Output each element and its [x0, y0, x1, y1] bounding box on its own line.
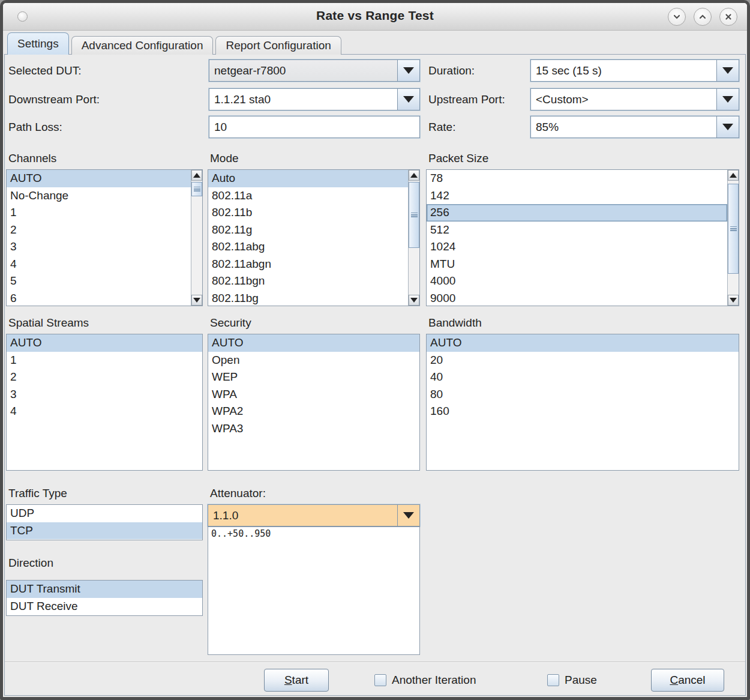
- list-item[interactable]: AUTO: [7, 334, 202, 352]
- list-item[interactable]: AUTO: [427, 334, 739, 352]
- list-item[interactable]: 1: [7, 352, 202, 369]
- tab-advanced-configuration[interactable]: Advanced Configuration: [71, 36, 214, 55]
- traffic-type-listbox[interactable]: UDPTCP: [6, 504, 203, 540]
- list-item[interactable]: 20: [427, 352, 739, 369]
- list-item[interactable]: 4: [7, 403, 202, 420]
- checkbox-icon[interactable]: [374, 674, 386, 686]
- scroll-up-button[interactable]: [191, 170, 202, 181]
- list-item[interactable]: 40: [427, 369, 739, 386]
- packet-size-scrollbar[interactable]: [727, 170, 739, 306]
- chevron-down-icon[interactable]: [716, 60, 739, 81]
- attenuator-range-panel[interactable]: 0..+50..950: [208, 527, 420, 655]
- list-item[interactable]: 512: [427, 222, 727, 239]
- list-item[interactable]: 802.11a: [208, 187, 408, 205]
- titlebar[interactable]: Rate vs Range Test: [3, 3, 747, 31]
- chevron-down-icon[interactable]: [397, 505, 419, 526]
- selected-dut-select[interactable]: netgear-r7800: [209, 59, 420, 82]
- list-item[interactable]: 160: [427, 403, 739, 420]
- security-listbox[interactable]: AUTOOpenWEPWPAWPA2WPA3: [208, 334, 420, 471]
- list-item[interactable]: TCP: [7, 522, 202, 540]
- chevron-down-icon[interactable]: [716, 89, 739, 110]
- direction-listbox[interactable]: DUT TransmitDUT Receive: [6, 580, 203, 616]
- scroll-up-button[interactable]: [409, 170, 419, 181]
- scroll-track[interactable]: [409, 181, 419, 295]
- list-item[interactable]: 802.11b: [208, 204, 408, 222]
- list-item[interactable]: 802.11bg: [208, 290, 408, 306]
- pause-label: Pause: [565, 674, 597, 687]
- list-item[interactable]: WPA3: [208, 420, 419, 438]
- traffic-type-items: UDPTCP: [7, 505, 202, 540]
- rate-select[interactable]: 85%: [530, 116, 739, 138]
- list-item[interactable]: 78: [427, 170, 727, 187]
- selected-dut-label: Selected DUT:: [8, 64, 81, 77]
- spatial-streams-listbox[interactable]: AUTO1234: [6, 334, 203, 471]
- chevron-down-icon[interactable]: [397, 89, 419, 110]
- shade-button[interactable]: [668, 8, 686, 26]
- list-item[interactable]: WEP: [208, 369, 419, 386]
- another-iteration-checkbox[interactable]: Another Iteration: [374, 673, 476, 687]
- list-item[interactable]: AUTO: [208, 334, 419, 352]
- list-item[interactable]: WPA: [208, 386, 419, 403]
- list-item[interactable]: 802.11abgn: [208, 256, 408, 273]
- checkbox-icon[interactable]: [547, 674, 559, 686]
- list-item[interactable]: 3: [7, 238, 191, 256]
- downstream-port-select[interactable]: 1.1.21 sta0: [209, 88, 420, 110]
- scroll-track[interactable]: [728, 181, 739, 295]
- scroll-down-button[interactable]: [191, 295, 202, 306]
- tab-settings[interactable]: Settings: [7, 32, 69, 55]
- scroll-track[interactable]: [191, 181, 202, 295]
- list-item[interactable]: 3: [7, 386, 202, 403]
- list-item[interactable]: Auto: [208, 170, 408, 187]
- maximize-button[interactable]: [694, 8, 712, 26]
- list-item[interactable]: AUTO: [7, 170, 191, 187]
- bandwidth-listbox[interactable]: AUTO204080160: [426, 334, 739, 471]
- spatial-streams-items: AUTO1234: [7, 334, 202, 470]
- upstream-port-select[interactable]: <Custom>: [530, 88, 739, 110]
- list-item[interactable]: 80: [427, 386, 739, 403]
- list-item[interactable]: 802.11bgn: [208, 273, 408, 290]
- list-item[interactable]: 1024: [427, 238, 727, 256]
- list-item[interactable]: 802.11abg: [208, 238, 408, 256]
- list-item[interactable]: DUT Receive: [7, 598, 202, 615]
- list-item[interactable]: Open: [208, 352, 419, 369]
- packet-size-items: 781422565121024MTU40009000: [427, 170, 727, 306]
- list-item[interactable]: 5: [7, 273, 191, 290]
- list-item[interactable]: UDP: [7, 505, 202, 522]
- scroll-down-button[interactable]: [728, 295, 739, 306]
- scroll-up-button[interactable]: [728, 170, 739, 181]
- list-item[interactable]: MTU: [427, 256, 727, 273]
- path-loss-input[interactable]: [209, 116, 420, 138]
- list-item[interactable]: 2: [7, 222, 191, 239]
- list-item[interactable]: WPA2: [208, 403, 419, 420]
- scroll-thumb[interactable]: [191, 182, 202, 196]
- list-item[interactable]: 1: [7, 204, 191, 222]
- close-button[interactable]: [719, 8, 737, 26]
- list-item[interactable]: 9000: [427, 290, 727, 306]
- packet-size-listbox[interactable]: 781422565121024MTU40009000: [426, 169, 739, 306]
- list-item[interactable]: 4: [7, 256, 191, 273]
- list-item[interactable]: No-Change: [7, 187, 191, 205]
- list-item[interactable]: DUT Transmit: [7, 581, 202, 598]
- attenuator-select[interactable]: 1.1.0: [208, 504, 420, 527]
- scroll-thumb[interactable]: [409, 182, 419, 248]
- list-item[interactable]: 142: [427, 187, 727, 205]
- list-item[interactable]: 256: [427, 204, 727, 222]
- tab-report-configuration[interactable]: Report Configuration: [215, 36, 341, 55]
- list-item[interactable]: 4000: [427, 273, 727, 290]
- chevron-down-icon[interactable]: [397, 60, 419, 81]
- cancel-button[interactable]: Cancel: [651, 669, 724, 692]
- list-item[interactable]: 2: [7, 369, 202, 386]
- mode-listbox[interactable]: Auto802.11a802.11b802.11g802.11abg802.11…: [208, 169, 420, 306]
- duration-select[interactable]: 15 sec (15 s): [530, 59, 739, 82]
- scroll-thumb[interactable]: [728, 184, 739, 274]
- start-button[interactable]: Start: [264, 669, 329, 692]
- channels-scrollbar[interactable]: [191, 170, 202, 306]
- channels-listbox[interactable]: AUTONo-Change123456: [6, 169, 203, 306]
- chevron-down-icon[interactable]: [716, 116, 739, 137]
- list-item[interactable]: 6: [7, 290, 191, 306]
- scroll-down-button[interactable]: [409, 295, 419, 306]
- list-item[interactable]: 802.11g: [208, 222, 408, 239]
- channels-items: AUTONo-Change123456: [7, 170, 191, 306]
- pause-checkbox[interactable]: Pause: [547, 673, 597, 687]
- mode-scrollbar[interactable]: [408, 170, 419, 306]
